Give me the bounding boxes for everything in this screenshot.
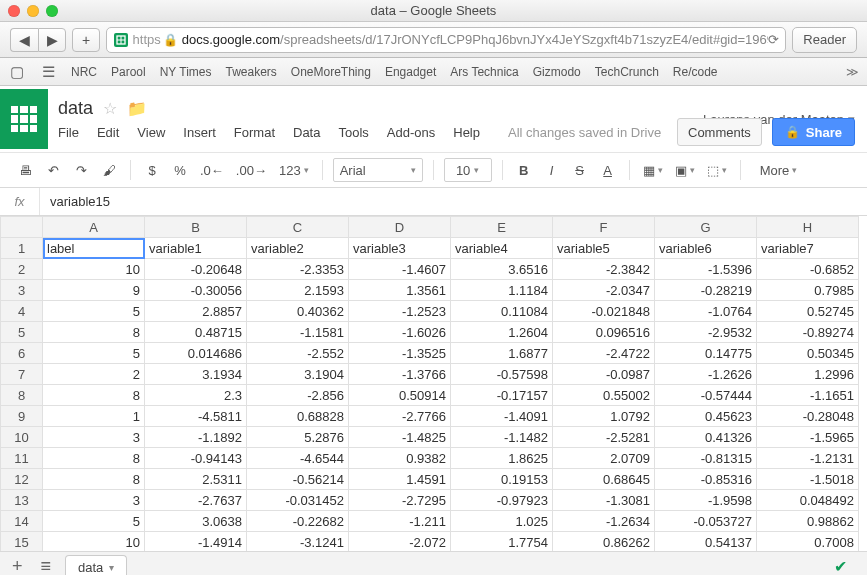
cell[interactable]: -0.17157 [451,385,553,406]
cell[interactable]: -1.3766 [349,364,451,385]
sheets-logo[interactable] [0,89,48,149]
cell[interactable]: -0.0987 [553,364,655,385]
bookmark-item[interactable]: Gizmodo [533,65,581,79]
menu-format[interactable]: Format [234,125,275,140]
cell[interactable]: 0.7985 [757,280,859,301]
bookmark-item[interactable]: OneMoreThing [291,65,371,79]
cell[interactable]: -1.4914 [145,532,247,552]
cell[interactable]: 5.2876 [247,427,349,448]
cell[interactable]: -1.4607 [349,259,451,280]
menu-data[interactable]: Data [293,125,320,140]
cell[interactable]: -0.56214 [247,469,349,490]
cell[interactable]: 1.2604 [451,322,553,343]
formula-input[interactable]: variable15 [40,194,120,209]
cell[interactable]: 0.9382 [349,448,451,469]
reader-button[interactable]: Reader [792,27,857,53]
column-header[interactable]: G [655,217,757,238]
cell[interactable]: variable5 [553,238,655,259]
text-color-button[interactable]: A [597,158,619,182]
cell[interactable]: -1.3525 [349,343,451,364]
document-title[interactable]: data [58,98,93,119]
number-format-menu[interactable]: 123 [276,158,312,182]
cell[interactable]: -0.28048 [757,406,859,427]
cell[interactable]: -1.2523 [349,301,451,322]
cell[interactable]: 3 [43,427,145,448]
cell[interactable]: -1.211 [349,511,451,532]
row-header[interactable]: 2 [1,259,43,280]
cell[interactable]: -1.4825 [349,427,451,448]
menu-view[interactable]: View [137,125,165,140]
cell[interactable]: 0.98862 [757,511,859,532]
cell[interactable]: 10 [43,532,145,552]
bookmark-item[interactable]: Re/code [673,65,718,79]
cell[interactable]: -2.072 [349,532,451,552]
show-bookmarks-icon[interactable]: ▢ [8,63,26,81]
cell[interactable]: 1.8625 [451,448,553,469]
reading-list-icon[interactable]: ☰ [40,63,57,81]
cell[interactable]: 1.025 [451,511,553,532]
cell[interactable]: 0.52745 [757,301,859,322]
all-sheets-button[interactable]: ≡ [37,556,56,575]
cell[interactable]: -0.57598 [451,364,553,385]
cell[interactable]: 0.50345 [757,343,859,364]
cell[interactable]: -3.1241 [247,532,349,552]
column-header[interactable]: D [349,217,451,238]
cell[interactable]: 1.0792 [553,406,655,427]
bold-button[interactable]: B [513,158,535,182]
cell[interactable]: 5 [43,343,145,364]
comments-button[interactable]: Comments [677,118,762,146]
cell[interactable]: -1.3081 [553,490,655,511]
cell[interactable]: -0.97923 [451,490,553,511]
menu-file[interactable]: File [58,125,79,140]
cell[interactable]: 0.40362 [247,301,349,322]
cell[interactable]: -1.2634 [553,511,655,532]
cell[interactable]: 1.7754 [451,532,553,552]
cell[interactable]: 0.48715 [145,322,247,343]
merge-cells-button[interactable]: ⬚ [704,158,730,182]
cell[interactable]: 10 [43,259,145,280]
cell[interactable]: -2.7637 [145,490,247,511]
italic-button[interactable]: I [541,158,563,182]
address-bar[interactable]: https 🔒 docs.google.com /spreadsheets/d/… [106,27,786,53]
forward-button[interactable]: ▶ [38,28,66,52]
row-header[interactable]: 5 [1,322,43,343]
cell[interactable]: 0.41326 [655,427,757,448]
undo-icon[interactable]: ↶ [42,158,64,182]
menu-addons[interactable]: Add-ons [387,125,435,140]
strikethrough-button[interactable]: S [569,158,591,182]
cell[interactable]: 3.1904 [247,364,349,385]
sheet-tab[interactable]: data ▾ [65,555,127,576]
cell[interactable]: 3.1934 [145,364,247,385]
cell[interactable]: 2.1593 [247,280,349,301]
cell[interactable]: -1.2626 [655,364,757,385]
cell[interactable]: variable4 [451,238,553,259]
cell[interactable]: 0.55002 [553,385,655,406]
row-header[interactable]: 8 [1,385,43,406]
cell[interactable]: 0.048492 [757,490,859,511]
cell[interactable]: 8 [43,469,145,490]
cell[interactable]: 5 [43,301,145,322]
increase-decimal-button[interactable]: .00→ [233,158,270,182]
cell[interactable]: -2.4722 [553,343,655,364]
column-header[interactable]: B [145,217,247,238]
bookmark-item[interactable]: NY Times [160,65,212,79]
cell[interactable]: 2.3 [145,385,247,406]
column-header[interactable]: E [451,217,553,238]
cell[interactable]: 0.54137 [655,532,757,552]
folder-icon[interactable]: 📁 [127,99,147,118]
cell[interactable]: 8 [43,322,145,343]
cell[interactable]: 3.0638 [145,511,247,532]
menu-help[interactable]: Help [453,125,480,140]
row-header[interactable]: 10 [1,427,43,448]
cell[interactable]: -1.1482 [451,427,553,448]
back-button[interactable]: ◀ [10,28,38,52]
row-header[interactable]: 6 [1,343,43,364]
star-icon[interactable]: ☆ [103,99,117,118]
cell[interactable]: -0.6852 [757,259,859,280]
cell[interactable]: 1.1184 [451,280,553,301]
cell[interactable]: -1.0764 [655,301,757,322]
row-header[interactable]: 13 [1,490,43,511]
borders-button[interactable]: ▣ [672,158,698,182]
cell[interactable]: -2.856 [247,385,349,406]
fill-color-button[interactable]: ▦ [640,158,666,182]
